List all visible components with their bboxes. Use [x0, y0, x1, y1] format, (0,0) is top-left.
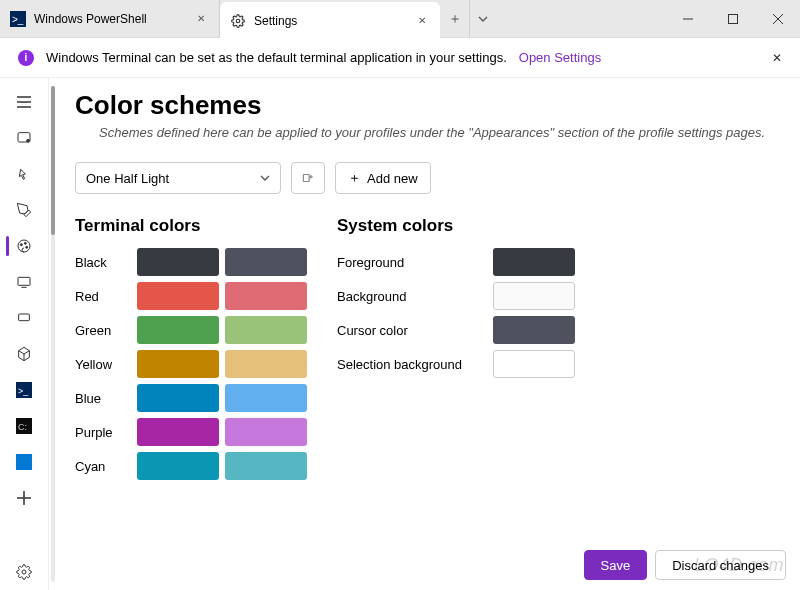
sidebar-item-defaults[interactable]	[4, 336, 44, 372]
color-label: Blue	[75, 391, 131, 406]
color-label: Cursor color	[337, 323, 487, 338]
terminal-colors-section: Terminal colors BlackRedGreenYellowBlueP…	[75, 216, 307, 486]
svg-point-13	[20, 244, 22, 246]
svg-text:>_: >_	[18, 386, 29, 396]
info-message: Windows Terminal can be set as the defau…	[46, 50, 507, 65]
color-scheme-select[interactable]: One Half Light	[75, 162, 281, 194]
system-colors-section: System colors ForegroundBackgroundCursor…	[337, 216, 575, 486]
info-close-button[interactable]: ✕	[772, 51, 782, 65]
tab-dropdown-button[interactable]	[470, 0, 496, 37]
gear-icon	[230, 13, 246, 29]
terminal-color-row: Yellow	[75, 350, 307, 378]
discard-button[interactable]: Discard changes	[655, 550, 786, 580]
color-swatch[interactable]	[493, 282, 575, 310]
open-settings-link[interactable]: Open Settings	[519, 50, 601, 65]
terminal-color-row: Blue	[75, 384, 307, 412]
window-close-button[interactable]	[755, 0, 800, 37]
sidebar-item-startup[interactable]	[4, 120, 44, 156]
sidebar-item-rendering[interactable]	[4, 264, 44, 300]
svg-point-11	[27, 139, 30, 142]
color-swatch[interactable]	[137, 350, 219, 378]
color-swatch[interactable]	[137, 384, 219, 412]
color-swatch[interactable]	[137, 418, 219, 446]
svg-point-2	[236, 19, 240, 23]
tab-settings[interactable]: Settings ✕	[220, 2, 440, 39]
svg-rect-25	[16, 454, 32, 470]
color-label: Yellow	[75, 357, 131, 372]
sidebar: >_ C:	[0, 78, 48, 590]
titlebar: >_ Windows PowerShell ✕ Settings ✕ ＋	[0, 0, 800, 38]
color-label: Background	[337, 289, 487, 304]
sidebar-profile-cmd[interactable]: C:	[4, 408, 44, 444]
add-new-label: Add new	[367, 171, 418, 186]
sidebar-item-appearance[interactable]	[4, 192, 44, 228]
sidebar-profile-azure[interactable]	[4, 444, 44, 480]
color-swatch-bright[interactable]	[225, 316, 307, 344]
system-color-row: Background	[337, 282, 575, 310]
color-swatch[interactable]	[137, 452, 219, 480]
terminal-color-row: Purple	[75, 418, 307, 446]
color-swatch-bright[interactable]	[225, 418, 307, 446]
tab-title: Windows PowerShell	[34, 12, 185, 26]
svg-point-15	[26, 246, 28, 248]
terminal-color-row: Green	[75, 316, 307, 344]
new-tab-button[interactable]: ＋	[440, 0, 470, 37]
color-swatch[interactable]	[137, 248, 219, 276]
sidebar-item-actions[interactable]	[4, 300, 44, 336]
sidebar-profile-powershell[interactable]: >_	[4, 372, 44, 408]
info-icon: i	[18, 50, 34, 66]
terminal-color-row: Red	[75, 282, 307, 310]
svg-point-28	[22, 570, 26, 574]
svg-point-12	[18, 240, 30, 252]
save-button[interactable]: Save	[584, 550, 648, 580]
maximize-button[interactable]	[710, 0, 755, 37]
color-swatch[interactable]	[493, 248, 575, 276]
color-swatch-bright[interactable]	[225, 452, 307, 480]
svg-rect-16	[18, 277, 30, 285]
color-swatch-bright[interactable]	[225, 248, 307, 276]
sidebar-item-settings[interactable]	[4, 554, 44, 590]
terminal-color-row: Black	[75, 248, 307, 276]
tab-powershell[interactable]: >_ Windows PowerShell ✕	[0, 0, 220, 37]
sidebar-item-color-schemes[interactable]	[4, 228, 44, 264]
page-title: Color schemes	[75, 90, 782, 121]
system-color-row: Selection background	[337, 350, 575, 378]
selected-scheme: One Half Light	[86, 171, 169, 186]
svg-text:>_: >_	[12, 14, 24, 25]
rename-scheme-button[interactable]	[291, 162, 325, 194]
svg-point-14	[24, 242, 26, 244]
terminal-color-row: Cyan	[75, 452, 307, 480]
content-area: Color schemes Schemes defined here can b…	[57, 78, 800, 590]
color-swatch[interactable]	[493, 350, 575, 378]
color-label: Cyan	[75, 459, 131, 474]
color-swatch[interactable]	[493, 316, 575, 344]
page-subtitle: Schemes defined here can be applied to y…	[99, 125, 782, 140]
svg-rect-29	[303, 175, 309, 182]
color-swatch[interactable]	[137, 316, 219, 344]
color-label: Red	[75, 289, 131, 304]
color-label: Purple	[75, 425, 131, 440]
system-colors-heading: System colors	[337, 216, 575, 236]
window-controls	[665, 0, 800, 37]
close-icon[interactable]: ✕	[414, 13, 430, 29]
terminal-colors-heading: Terminal colors	[75, 216, 307, 236]
svg-rect-4	[728, 14, 737, 23]
color-label: Green	[75, 323, 131, 338]
minimize-button[interactable]	[665, 0, 710, 37]
system-color-row: Foreground	[337, 248, 575, 276]
sidebar-item-interaction[interactable]	[4, 156, 44, 192]
close-icon[interactable]: ✕	[193, 11, 209, 27]
hamburger-menu-button[interactable]	[4, 84, 44, 120]
add-new-button[interactable]: ＋ Add new	[335, 162, 431, 194]
tab-title: Settings	[254, 14, 406, 28]
color-swatch[interactable]	[137, 282, 219, 310]
color-swatch-bright[interactable]	[225, 384, 307, 412]
sidebar-add-profile[interactable]	[4, 480, 44, 516]
scrollbar-thumb[interactable]	[51, 86, 55, 235]
color-swatch-bright[interactable]	[225, 350, 307, 378]
powershell-icon: >_	[10, 11, 26, 27]
footer-actions: Save Discard changes	[584, 550, 786, 580]
color-swatch-bright[interactable]	[225, 282, 307, 310]
scrollbar[interactable]	[51, 86, 55, 582]
svg-rect-18	[19, 314, 30, 321]
